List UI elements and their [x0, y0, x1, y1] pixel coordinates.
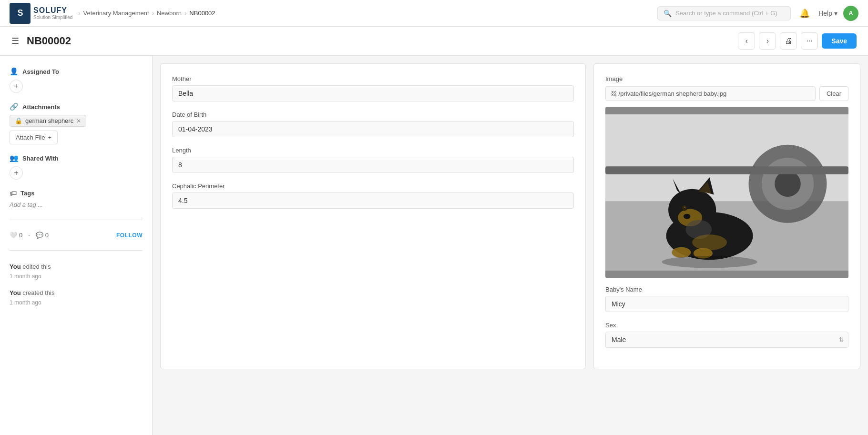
image-path-display[interactable]: ⛓ /private/files/german shepherd baby.jp…	[605, 86, 816, 101]
print-button[interactable]: 🖨	[780, 32, 797, 50]
shared-with-label: Shared With	[22, 155, 59, 162]
breadcrumb-sep-1: ›	[78, 10, 80, 17]
paperclip-icon: 🔗	[10, 102, 19, 111]
assigned-to-section: 👤 Assigned To +	[10, 67, 143, 93]
sex-select[interactable]: MaleFemale	[605, 332, 848, 348]
avatar[interactable]: A	[843, 6, 858, 21]
heart-icon[interactable]: 🤍	[10, 232, 17, 239]
breadcrumb-parent[interactable]: Newborn	[157, 10, 182, 17]
baby-name-group: Baby's Name	[605, 286, 848, 312]
attachment-lock-icon: 🔒	[15, 117, 22, 124]
comment-icon[interactable]: 💬	[36, 232, 43, 239]
attachment-item: 🔒 german shepherc ✕	[10, 115, 86, 127]
sex-label: Sex	[605, 322, 848, 329]
svg-point-12	[684, 207, 685, 208]
content-area: Mother Date of Birth Length Cephalic Per…	[153, 56, 868, 435]
dot-separator: ·	[28, 232, 30, 239]
logo[interactable]: S SOLUFY Solution Simplified	[10, 3, 72, 24]
tag-icon: 🏷	[10, 189, 17, 197]
breadcrumb-root[interactable]: Veterinary Management	[83, 10, 149, 17]
svg-rect-5	[605, 166, 848, 174]
help-button[interactable]: Help ▾	[818, 10, 837, 17]
add-tag-input[interactable]: Add a tag ...	[10, 201, 143, 208]
clear-button[interactable]: Clear	[819, 86, 848, 101]
image-panel: Image ⛓ /private/files/german shepherd b…	[593, 63, 860, 369]
mother-group: Mother	[172, 75, 574, 101]
shared-with-section: 👥 Shared With +	[10, 154, 143, 180]
dob-group: Date of Birth	[172, 111, 574, 137]
header-actions: ‹ › 🖨 ··· Save	[738, 32, 857, 50]
dob-label: Date of Birth	[172, 111, 574, 118]
dog-image-preview	[605, 107, 848, 278]
activity-list: You edited this 1 month ago You created …	[10, 262, 143, 307]
more-options-button[interactable]: ···	[801, 32, 818, 50]
comments-section: 💬 0	[36, 232, 49, 239]
add-shared-button[interactable]: +	[10, 166, 23, 180]
sidebar-divider	[10, 220, 143, 220]
breadcrumb: › Veterinary Management › Newborn › NB00…	[78, 10, 215, 17]
social-row: 🤍 0 · 💬 0 FOLLOW	[10, 232, 143, 239]
activity-time-0: 1 month ago	[10, 273, 41, 280]
help-label: Help	[818, 10, 832, 17]
likes-section: 🤍 0	[10, 232, 22, 239]
next-button[interactable]: ›	[759, 32, 776, 50]
follow-button[interactable]: FOLLOW	[116, 232, 143, 239]
page-header: ☰ NB00002 ‹ › 🖨 ··· Save	[0, 27, 868, 56]
sex-select-wrapper: MaleFemale	[605, 332, 848, 348]
tags-section: 🏷 Tags Add a tag ...	[10, 189, 143, 208]
tags-label: Tags	[20, 190, 34, 197]
notification-icon[interactable]: 🔔	[797, 5, 813, 21]
attachments-label: Attachments	[22, 103, 60, 111]
baby-name-label: Baby's Name	[605, 286, 848, 293]
brand-name: SOLUFY	[33, 6, 72, 15]
form-panel: Mother Date of Birth Length Cephalic Per…	[160, 63, 586, 369]
add-assigned-button[interactable]: +	[10, 80, 23, 93]
activity-item-0: You edited this 1 month ago	[10, 262, 143, 281]
activity-item-1: You created this 1 month ago	[10, 288, 143, 307]
content-inner: Mother Date of Birth Length Cephalic Per…	[153, 56, 868, 377]
attach-file-button[interactable]: Attach File +	[10, 131, 58, 144]
page-title: NB00002	[27, 35, 730, 47]
svg-point-4	[775, 171, 801, 197]
cephalic-input[interactable]	[172, 192, 574, 209]
dob-input[interactable]	[172, 121, 574, 137]
activity-action-0: edited this	[22, 263, 51, 270]
attachments-title: 🔗 Attachments	[10, 102, 143, 111]
assigned-to-title: 👤 Assigned To	[10, 67, 143, 76]
activity-actor-0: You	[10, 263, 21, 270]
plus-icon: +	[48, 134, 51, 141]
image-label: Image	[605, 75, 848, 82]
length-input[interactable]	[172, 157, 574, 173]
search-placeholder: Search or type a command (Ctrl + G)	[675, 10, 777, 17]
comments-count: 0	[45, 232, 49, 239]
activity-actor-1: You	[10, 289, 21, 296]
likes-count: 0	[19, 232, 22, 239]
baby-name-section: Baby's Name Sex MaleFemale	[605, 286, 848, 348]
dog-image-svg	[605, 107, 848, 278]
attachment-filename: german shepherc	[25, 117, 73, 124]
svg-point-13	[684, 214, 691, 219]
activity-action-1: created this	[22, 289, 54, 296]
hamburger-icon[interactable]: ☰	[11, 36, 19, 46]
share-icon: 👥	[10, 154, 19, 162]
tags-title: 🏷 Tags	[10, 189, 143, 197]
shared-with-title: 👥 Shared With	[10, 154, 143, 162]
svg-point-21	[662, 256, 757, 268]
sidebar: 👤 Assigned To + 🔗 Attachments 🔒 german s…	[0, 56, 153, 435]
attachment-remove-button[interactable]: ✕	[76, 118, 81, 124]
baby-name-input[interactable]	[605, 296, 848, 312]
prev-button[interactable]: ‹	[738, 32, 755, 50]
person-icon: 👤	[10, 67, 19, 76]
brand-sub: Solution Simplified	[33, 15, 72, 20]
assigned-to-label: Assigned To	[22, 68, 59, 75]
cephalic-label: Cephalic Perimeter	[172, 182, 574, 190]
save-button[interactable]: Save	[822, 33, 857, 49]
activity-time-1: 1 month ago	[10, 299, 41, 306]
breadcrumb-sep-2: ›	[152, 10, 154, 17]
logo-letter: S	[17, 8, 22, 18]
breadcrumb-current: NB00002	[189, 10, 215, 17]
mother-input[interactable]	[172, 85, 574, 101]
length-group: Length	[172, 147, 574, 173]
search-bar[interactable]: 🔍 Search or type a command (Ctrl + G)	[657, 6, 791, 20]
svg-point-17	[672, 247, 691, 258]
